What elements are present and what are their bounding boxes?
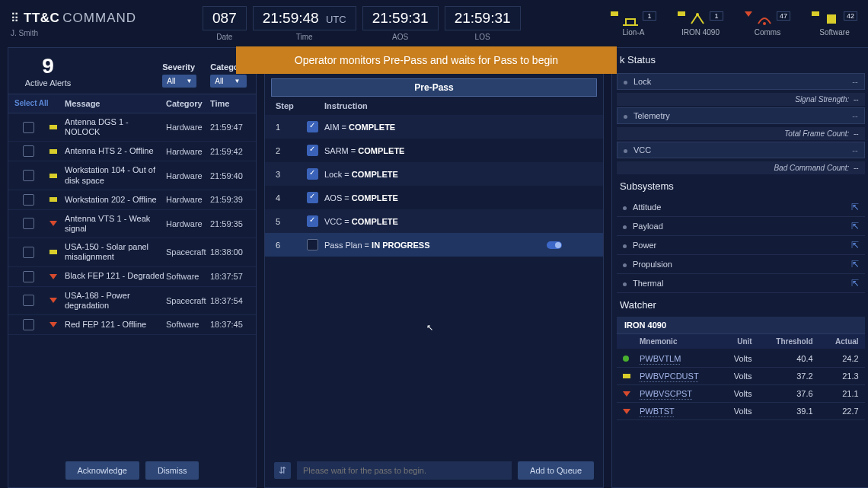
link-item[interactable]: VCC -- — [617, 142, 865, 158]
alert-checkbox[interactable] — [23, 271, 34, 282]
col-unit: Unit — [699, 337, 752, 346]
alert-row[interactable]: Antenna VTS 1 - Weak signal Hardware 21:… — [8, 210, 256, 238]
category-filter-select[interactable]: All ▼ — [210, 75, 247, 88]
link-sub-label: Total Frame Count: — [784, 129, 849, 138]
alert-checkbox[interactable] — [23, 319, 34, 330]
watcher-severity-icon — [623, 374, 640, 378]
alert-row[interactable]: Antenna DGS 1 - NOLOCK Hardware 21:59:47 — [8, 113, 256, 142]
subsystem-item-power[interactable]: Power ⇱ — [617, 236, 865, 255]
alert-checkbox[interactable] — [23, 218, 34, 229]
alert-row[interactable]: Workstation 104 - Out of disk space Hard… — [8, 161, 256, 190]
severity-icon — [42, 174, 65, 178]
command-input[interactable] — [297, 461, 512, 480]
alert-checkbox[interactable] — [23, 194, 34, 206]
severity-icon — [42, 149, 65, 154]
alert-checkbox[interactable] — [23, 247, 34, 258]
link-sub-label: Bad Command Count: — [774, 164, 849, 172]
link-item[interactable]: Telemetry -- — [617, 107, 865, 124]
step-checkbox[interactable] — [307, 215, 318, 227]
subsystem-item-thermal[interactable]: Thermal ⇱ — [617, 274, 865, 293]
watcher-unit: Volts — [699, 354, 752, 363]
link-sub-label: Signal Strength: — [795, 95, 849, 104]
alert-checkbox[interactable] — [23, 170, 34, 181]
alert-checkbox[interactable] — [23, 295, 34, 306]
step-row[interactable]: 3 Lock = COMPLETE — [265, 162, 603, 186]
launch-icon[interactable]: ⇱ — [851, 202, 859, 212]
col-time: Time — [210, 99, 250, 108]
launch-icon[interactable]: ⇱ — [851, 221, 859, 231]
watcher-actual: 22.7 — [813, 407, 859, 416]
alert-category: Hardware — [166, 171, 210, 180]
status-software[interactable]: 42Software — [812, 11, 857, 37]
step-row[interactable]: 4 AOS = COMPLETE — [265, 186, 603, 209]
alert-checkbox[interactable] — [23, 122, 34, 133]
reorder-button[interactable]: ⇵ — [274, 462, 291, 479]
step-checkbox[interactable] — [307, 239, 318, 250]
acknowledge-button[interactable]: Acknowledge — [65, 461, 139, 480]
subsystem-item-payload[interactable]: Payload ⇱ — [617, 217, 865, 236]
link-label: Telemetry — [633, 111, 670, 120]
launch-icon[interactable]: ⇱ — [851, 278, 859, 289]
watcher-row[interactable]: PWBTST Volts 39.1 22.7 — [617, 403, 865, 420]
link-sub-row: Signal Strength: -- — [617, 93, 865, 106]
alert-time: 21:59:47 — [210, 123, 250, 132]
step-row[interactable]: 1 AIM = COMPLETE — [265, 115, 603, 139]
step-row[interactable]: 6 Pass Plan = IN PROGRESS — [265, 233, 603, 257]
severity-icon — [42, 197, 65, 202]
link-sub-value: -- — [854, 129, 859, 138]
alert-row[interactable]: USA-168 - Power degradation Spacecraft 1… — [8, 287, 256, 315]
status-comms[interactable]: 47Comms — [745, 11, 790, 37]
progress-toggle[interactable] — [547, 241, 562, 249]
watcher-row[interactable]: PWBVPCDUST Volts 37.2 21.3 — [617, 368, 865, 385]
launch-icon[interactable]: ⇱ — [851, 259, 859, 270]
sort-icon: ⇵ — [279, 465, 286, 476]
status-badge: 42 — [844, 11, 857, 21]
step-row[interactable]: 5 VCC = COMPLETE — [265, 209, 603, 233]
severity-filter-select[interactable]: All ▼ — [162, 75, 196, 88]
col-instruction: Instruction — [324, 101, 592, 110]
subsystem-item-propulsion[interactable]: Propulsion ⇱ — [617, 255, 865, 274]
watcher-mnemonic[interactable]: PWBVPCDUST — [640, 372, 699, 381]
step-row[interactable]: 2 SARM = COMPLETE — [265, 139, 603, 162]
step-checkbox[interactable] — [307, 168, 318, 180]
watcher-mnemonic[interactable]: PWBVSCPST — [640, 389, 692, 398]
subsystem-item-attitude[interactable]: Attitude ⇱ — [617, 198, 865, 217]
link-label: VCC — [633, 145, 651, 155]
watcher-threshold: 37.6 — [752, 389, 813, 398]
alert-row[interactable]: Antenna HTS 2 - Offline Hardware 21:59:4… — [8, 142, 256, 161]
alert-row[interactable]: USA-150 - Solar panel misalignment Space… — [8, 238, 256, 266]
alert-count-label: Active Alerts — [18, 78, 78, 88]
alert-count-number: 9 — [18, 54, 78, 78]
alert-checkbox[interactable] — [23, 145, 34, 157]
watcher-row[interactable]: PWBVSCPST Volts 37.6 21.1 — [617, 385, 865, 403]
launch-icon[interactable]: ⇱ — [851, 240, 859, 250]
alert-category: Hardware — [166, 219, 210, 228]
alert-row[interactable]: Workstation 202 - Offline Hardware 21:59… — [8, 190, 256, 210]
subsystem-label: Power — [633, 241, 656, 250]
prepass-panel: Pre-Pass Step Instruction 1 AIM = COMPLE… — [264, 47, 604, 488]
add-to-queue-button[interactable]: Add to Queue — [518, 461, 594, 480]
header: ⠿ TT&C COMMAND J. Smith 087 Date 21:59:4… — [0, 0, 868, 44]
severity-icon — [42, 221, 65, 226]
step-instruction: SARM = COMPLETE — [324, 146, 547, 155]
watcher-mnemonic[interactable]: PWBTST — [640, 407, 675, 416]
dismiss-button[interactable]: Dismiss — [145, 461, 199, 480]
select-all-link[interactable]: Select All — [14, 99, 65, 108]
status-iron-4090[interactable]: 1IRON 4090 — [678, 11, 723, 37]
alert-row[interactable]: Red FEP 121 - Offline Software 18:37:45 — [8, 315, 256, 335]
alert-category: Software — [166, 320, 210, 329]
step-checkbox[interactable] — [307, 192, 318, 203]
alert-row[interactable]: Black FEP 121 - Degraded Software 18:37:… — [8, 267, 256, 287]
step-checkbox[interactable] — [307, 145, 318, 156]
link-sub-value: -- — [854, 95, 859, 104]
time-clock: 21:59:48 UTC — [253, 6, 356, 30]
col-message: Message — [65, 99, 166, 108]
watcher-mnemonic[interactable]: PWBVTLM — [640, 354, 681, 363]
col-step: Step — [276, 101, 300, 110]
alert-message: Workstation 202 - Offline — [65, 195, 166, 205]
step-checkbox[interactable] — [307, 121, 318, 132]
status-lion-a[interactable]: 1Lion-A — [611, 11, 656, 37]
link-item[interactable]: Lock -- — [617, 73, 865, 90]
watcher-row[interactable]: PWBVTLM Volts 40.4 24.2 — [617, 350, 865, 368]
los-label: LOS — [475, 33, 490, 41]
